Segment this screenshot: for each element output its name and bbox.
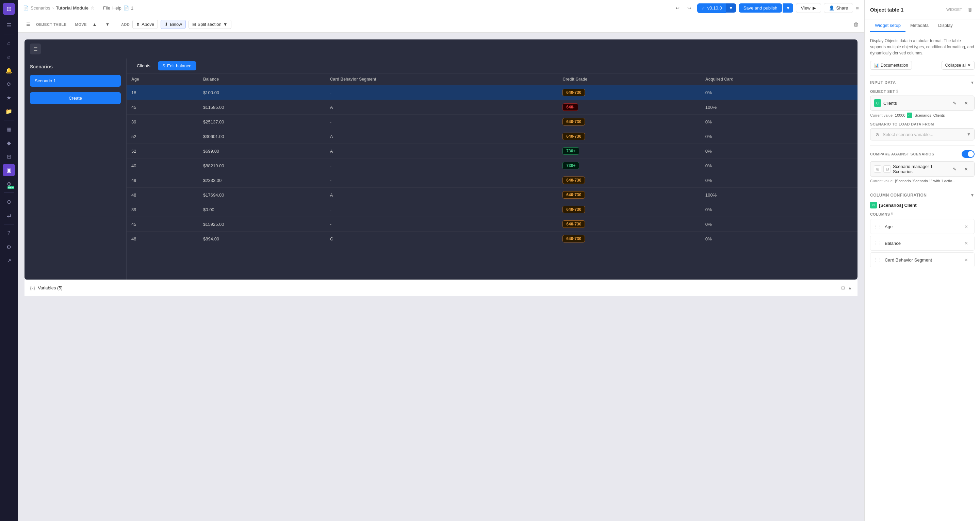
table-row[interactable]: 39 $25137.00 - 640-730 0% (127, 114, 858, 129)
table-row[interactable]: 48 $17694.00 A 640-730 100% (127, 188, 858, 202)
help-icon[interactable]: ? (3, 227, 15, 240)
menu-icon[interactable]: ☰ (3, 19, 15, 31)
column-remove-icon[interactable]: ✕ (961, 238, 971, 248)
tab-widget-setup[interactable]: Widget setup (870, 19, 905, 32)
arrow-up-right-icon[interactable]: ↗ (3, 254, 15, 267)
cell-balance: $894.00 (198, 232, 325, 246)
settings-icon[interactable]: ⚙ (3, 241, 15, 253)
sidebar-toggle-icon[interactable]: ☰ (23, 19, 33, 30)
table-row[interactable]: 49 $2333.00 - 640-730 0% (127, 173, 858, 188)
table-row[interactable]: 18 $100.00 - 640-730 0% (127, 85, 858, 100)
table-row[interactable]: 45 $11585.00 A 640- 100% (127, 100, 858, 114)
cell-cbs: - (325, 85, 558, 100)
cell-acquired-card: 0% (701, 202, 858, 217)
col-config-chevron-icon[interactable]: ▼ (970, 193, 975, 198)
scenario-mgr-clear-icon[interactable]: ✕ (961, 164, 971, 174)
share-button[interactable]: 👤 Share (824, 3, 853, 13)
drag-handle-icon[interactable]: ⋮⋮ (874, 224, 882, 229)
cell-age: 39 (127, 114, 198, 129)
edit-balance-button[interactable]: $ Edit balance (158, 61, 196, 70)
split-section-button[interactable]: ⊞ Split section ▼ (189, 20, 231, 29)
widget-type-icon: ☰ (30, 43, 41, 54)
move-up-button[interactable]: ▲ (89, 19, 100, 30)
input-data-chevron-icon[interactable]: ▼ (970, 80, 975, 85)
right-panel-delete-icon[interactable]: 🗑 (965, 5, 975, 14)
cell-balance: $88219.00 (198, 159, 325, 173)
more-options-icon[interactable]: ≡ (856, 5, 859, 11)
compare-toggle[interactable] (962, 150, 975, 158)
undo-button[interactable]: ↩ (673, 3, 683, 13)
app: ⊞ ☰ ⌂ ⌕ 🔔 ⟳ ★ 📁 ▦ ◆ ⊟ ▣ ⊕ NEW ⊙ ⇄ ? ⚙ ↗ … (0, 0, 980, 521)
right-panel-tabs: Widget setup Metadata Display (865, 19, 980, 32)
help-menu[interactable]: Help (112, 5, 121, 11)
monitor-icon[interactable]: ▣ (3, 164, 15, 176)
move-label: MOVE (75, 22, 87, 27)
column-remove-icon[interactable]: ✕ (961, 222, 971, 231)
object-set-clear-icon[interactable]: ✕ (961, 98, 971, 108)
new-icon[interactable]: ⊕ NEW (3, 178, 15, 190)
table-body: 18 $100.00 - 640-730 0% 45 $11585.00 A 6… (127, 85, 858, 246)
column-remove-icon[interactable]: ✕ (961, 255, 971, 265)
divider-2 (870, 145, 975, 146)
redo-button[interactable]: ↪ (684, 3, 695, 13)
cell-credit-grade: 640-730 (558, 188, 701, 202)
history-icon[interactable]: ⟳ (3, 78, 15, 90)
shuffle-icon[interactable]: ⇄ (3, 209, 15, 221)
save-publish-button[interactable]: Save and publish (739, 3, 782, 13)
version-label: v0.10.0 (708, 5, 722, 11)
cell-balance: $0.00 (198, 202, 325, 217)
table-row[interactable]: 39 $0.00 - 640-730 0% (127, 202, 858, 217)
scenario-select-row[interactable]: ⊙ Select scenario variable... ▼ (870, 128, 975, 140)
below-button[interactable]: ⬇ Below (161, 20, 185, 29)
file-menu[interactable]: File (103, 5, 110, 11)
tab-metadata[interactable]: Metadata (905, 19, 933, 32)
home-icon[interactable]: ⌂ (3, 37, 15, 49)
cell-acquired-card: 0% (701, 173, 858, 188)
variables-collapse-icon[interactable]: ▲ (848, 285, 852, 291)
right-panel: Object table 1 WIDGET 🗑 Widget setup Met… (864, 0, 980, 521)
table-row[interactable]: 40 $88219.00 - 730+ 0% (127, 159, 858, 173)
view-button[interactable]: View ▶ (796, 3, 821, 13)
scenario-select-placeholder: Select scenario variable... (883, 132, 965, 137)
table-row[interactable]: 52 $30601.00 A 640-730 0% (127, 129, 858, 144)
above-button[interactable]: ⬆ Above (132, 20, 158, 29)
widget-body: Scenarios Scenario 1 Create Clients (24, 59, 858, 280)
version-chevron-button[interactable]: ▼ (726, 3, 736, 13)
collapse-all-button[interactable]: Collapse all ✕ (942, 61, 975, 70)
scenario-mgr-edit-icon[interactable]: ✎ (950, 164, 959, 174)
move-down-button[interactable]: ▼ (102, 19, 113, 30)
table-row[interactable]: 52 $699.00 A 730+ 0% (127, 144, 858, 159)
breadcrumb-parent[interactable]: Scenarios (30, 5, 50, 11)
breadcrumb-star[interactable]: ☆ (91, 5, 95, 11)
cell-balance: $15925.00 (198, 217, 325, 232)
variables-label[interactable]: Variables (5) (38, 285, 63, 291)
star-icon[interactable]: ★ (3, 92, 15, 104)
col-credit-grade: Credit Grade (558, 73, 701, 85)
bell-icon[interactable]: 🔔 (3, 64, 15, 76)
delete-button[interactable]: 🗑 (853, 21, 859, 27)
globe-icon[interactable]: ⊙ (3, 195, 15, 208)
object-set-field-label: OBJECT SET ℹ (870, 89, 975, 94)
doc-row: 📊 Documentation Collapse all ✕ (870, 61, 975, 70)
grid-icon[interactable]: ⊟ (3, 150, 15, 162)
drag-handle-icon[interactable]: ⋮⋮ (874, 257, 882, 262)
clients-tab[interactable]: Clients (132, 61, 155, 70)
object-set-edit-icon[interactable]: ✎ (950, 98, 959, 108)
cell-cbs: C (325, 232, 558, 246)
tab-display[interactable]: Display (933, 19, 958, 32)
version-button[interactable]: ✓ v0.10.0 (697, 3, 726, 13)
code-icon[interactable]: ▦ (3, 123, 15, 135)
documentation-button[interactable]: 📊 Documentation (870, 61, 912, 70)
table-row[interactable]: 48 $894.00 C 640-730 0% (127, 232, 858, 246)
table-row[interactable]: 45 $15925.00 - 640-730 0% (127, 217, 858, 232)
search-icon[interactable]: ⌕ (3, 51, 15, 63)
variables-filter-icon[interactable]: ⊟ (841, 285, 845, 291)
drag-handle-icon[interactable]: ⋮⋮ (874, 241, 882, 246)
cube-icon[interactable]: ◆ (3, 137, 15, 149)
add-label: ADD (121, 22, 130, 27)
undo-redo-group: ↩ ↪ (673, 3, 695, 13)
folder-icon[interactable]: 📁 (3, 105, 15, 118)
create-scenario-button[interactable]: Create (30, 92, 121, 104)
save-publish-chevron[interactable]: ▼ (783, 3, 793, 13)
scenario-item[interactable]: Scenario 1 (30, 75, 121, 87)
